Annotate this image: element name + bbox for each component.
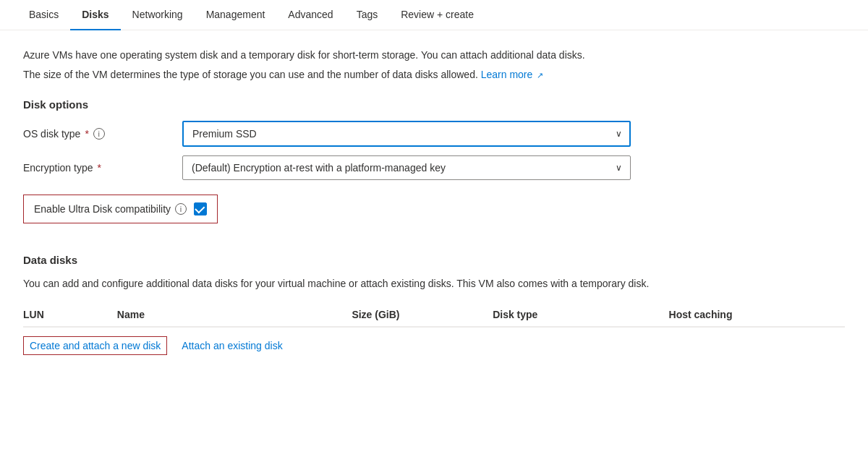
- external-link-icon: ↗: [537, 71, 543, 80]
- attach-existing-disk-link[interactable]: Attach an existing disk: [182, 340, 282, 351]
- encryption-required-star: *: [98, 162, 101, 174]
- encryption-type-select[interactable]: (Default) Encryption at-rest with a plat…: [182, 155, 631, 180]
- encryption-type-dropdown[interactable]: (Default) Encryption at-rest with a plat…: [182, 155, 631, 180]
- encryption-type-label: Encryption type *: [23, 162, 168, 174]
- description-line2: The size of the VM determines the type o…: [23, 67, 845, 82]
- tab-advanced[interactable]: Advanced: [276, 0, 344, 30]
- table-column-header: LUN: [23, 303, 117, 327]
- data-disks-description: You can add and configure additional dat…: [23, 276, 845, 291]
- ultra-disk-checkbox[interactable]: [194, 202, 207, 215]
- table-column-header: Size (GiB): [352, 303, 493, 327]
- data-disks-heading: Data disks: [23, 254, 845, 266]
- create-attach-new-disk-link[interactable]: Create and attach a new disk: [23, 336, 167, 355]
- os-disk-type-label: OS disk type * i: [23, 128, 168, 140]
- os-disk-type-row: OS disk type * i Premium SSDStandard SSD…: [23, 121, 845, 147]
- tab-networking[interactable]: Networking: [121, 0, 195, 30]
- table-column-header: Disk type: [493, 303, 668, 327]
- os-disk-type-select[interactable]: Premium SSDStandard SSDStandard HDD: [182, 121, 631, 147]
- tab-disks[interactable]: Disks: [70, 0, 120, 30]
- tab-navigation: BasicsDisksNetworkingManagementAdvancedT…: [0, 0, 868, 30]
- ultra-disk-row[interactable]: Enable Ultra Disk compatibility i: [23, 195, 218, 223]
- tab-management[interactable]: Management: [195, 0, 277, 30]
- table-column-header: Name: [117, 303, 352, 327]
- ultra-disk-info-icon[interactable]: i: [175, 203, 187, 215]
- description-line1: Azure VMs have one operating system disk…: [23, 48, 845, 63]
- disk-options-heading: Disk options: [23, 98, 845, 111]
- encryption-type-row: Encryption type * (Default) Encryption a…: [23, 155, 845, 180]
- os-disk-required-star: *: [85, 128, 88, 140]
- main-content: Azure VMs have one operating system disk…: [0, 30, 868, 372]
- os-disk-info-icon[interactable]: i: [93, 128, 105, 140]
- ultra-disk-label: Enable Ultra Disk compatibility i: [34, 203, 187, 215]
- learn-more-link[interactable]: Learn more ↗: [481, 69, 543, 80]
- tab-tags[interactable]: Tags: [345, 0, 390, 30]
- data-disks-table: LUNNameSize (GiB)Disk typeHost caching: [23, 303, 845, 327]
- os-disk-type-dropdown[interactable]: Premium SSDStandard SSDStandard HDD ∨: [182, 121, 631, 147]
- tab-review-create[interactable]: Review + create: [389, 0, 485, 30]
- tab-basics[interactable]: Basics: [17, 0, 70, 30]
- action-links-row: Create and attach a new disk Attach an e…: [23, 327, 845, 355]
- table-header-row: LUNNameSize (GiB)Disk typeHost caching: [23, 303, 845, 327]
- table-column-header: Host caching: [669, 303, 845, 327]
